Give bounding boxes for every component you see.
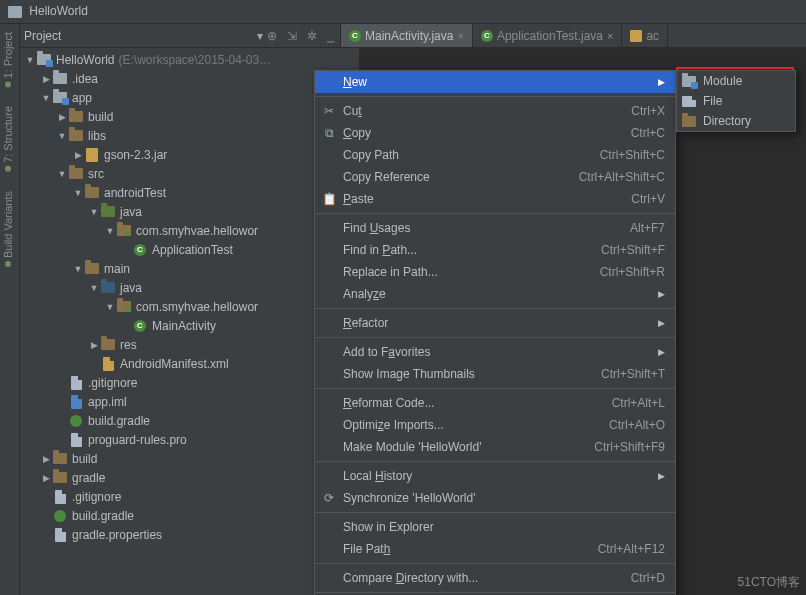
tab-label: ApplicationTest.java	[497, 29, 603, 43]
tree-gitignore2[interactable]: .gitignore	[20, 487, 359, 506]
module-icon	[682, 76, 696, 87]
toolbar-row: ▣ Project ▾ ⊕ ⇲ ✲ ⎯ C MainActivity.java …	[0, 24, 806, 48]
project-icon	[8, 6, 22, 18]
menu-file-path[interactable]: File PathCtrl+Alt+F12	[315, 538, 675, 560]
submenu-directory[interactable]: Directory	[677, 111, 795, 131]
menu-separator	[315, 308, 675, 309]
project-dropdown-icon[interactable]: ▾	[257, 29, 263, 43]
directory-icon	[682, 116, 696, 127]
menu-reformat[interactable]: Reformat Code...Ctrl+Alt+L	[315, 392, 675, 414]
tree-idea[interactable]: ▶.idea	[20, 69, 359, 88]
tab-structure[interactable]: 7: Structure	[0, 98, 16, 183]
sync-icon: ⟳	[321, 491, 337, 505]
close-icon[interactable]: ×	[607, 30, 613, 42]
menu-separator	[315, 337, 675, 338]
tree-app[interactable]: ▼app	[20, 88, 359, 107]
menu-make-module[interactable]: Make Module 'HelloWorld'Ctrl+Shift+F9	[315, 436, 675, 458]
context-menu: New▶ ✂CutCtrl+X ⧉CopyCtrl+C Copy PathCtr…	[314, 70, 676, 595]
menu-copy-reference[interactable]: Copy ReferenceCtrl+Alt+Shift+C	[315, 166, 675, 188]
settings-icon[interactable]: ✲	[307, 29, 317, 43]
menu-separator	[315, 512, 675, 513]
tab-build-variants[interactable]: Build Variants	[0, 183, 16, 278]
menu-analyze[interactable]: Analyze▶	[315, 283, 675, 305]
menu-replace-in-path[interactable]: Replace in Path...Ctrl+Shift+R	[315, 261, 675, 283]
new-submenu: Module File Directory	[676, 70, 796, 132]
menu-add-favorites[interactable]: Add to Favorites▶	[315, 341, 675, 363]
editor-tabs: C MainActivity.java × C ApplicationTest.…	[340, 24, 806, 47]
tree-pkg-main[interactable]: ▼com.smyhvae.hellowor	[20, 297, 359, 316]
submenu-file[interactable]: File	[677, 91, 795, 111]
tree-build2[interactable]: ▶build	[20, 449, 359, 468]
tree-buildgradle2[interactable]: build.gradle	[20, 506, 359, 525]
tree-src[interactable]: ▼src	[20, 164, 359, 183]
tree-androidtest[interactable]: ▼androidTest	[20, 183, 359, 202]
menu-new[interactable]: New▶	[315, 71, 675, 93]
tab-project[interactable]: 1: Project	[0, 24, 16, 98]
tab-label: ac	[646, 29, 659, 43]
menu-separator	[315, 461, 675, 462]
tree-java-test[interactable]: ▼java	[20, 202, 359, 221]
menu-separator	[315, 96, 675, 97]
menu-show-explorer[interactable]: Show in Explorer	[315, 516, 675, 538]
submenu-module[interactable]: Module	[677, 71, 795, 91]
tree-main[interactable]: ▼main	[20, 259, 359, 278]
paste-icon: 📋	[321, 192, 337, 206]
tree-mainactivity[interactable]: CMainActivity	[20, 316, 359, 335]
scroll-target-icon[interactable]: ⊕	[267, 29, 277, 43]
close-icon[interactable]: ×	[457, 30, 463, 42]
tab-main-activity[interactable]: C MainActivity.java ×	[341, 24, 473, 47]
menu-separator	[315, 592, 675, 593]
tab-extra[interactable]: ac	[622, 24, 668, 47]
menu-refactor[interactable]: Refactor▶	[315, 312, 675, 334]
tree-res[interactable]: ▶res	[20, 335, 359, 354]
menu-paste[interactable]: 📋PasteCtrl+V	[315, 188, 675, 210]
menu-find-usages[interactable]: Find UsagesAlt+F7	[315, 217, 675, 239]
hide-icon[interactable]: ⎯	[327, 29, 334, 43]
breadcrumb-project[interactable]: HelloWorld	[29, 4, 87, 18]
menu-local-history[interactable]: Local History▶	[315, 465, 675, 487]
tree-gson[interactable]: ▶gson-2.3.jar	[20, 145, 359, 164]
menu-optimize-imports[interactable]: Optimize Imports...Ctrl+Alt+O	[315, 414, 675, 436]
tree-gitignore[interactable]: .gitignore	[20, 373, 359, 392]
tree-appiml[interactable]: app.iml	[20, 392, 359, 411]
project-panel-title[interactable]: Project	[24, 29, 253, 43]
menu-separator	[315, 563, 675, 564]
tree-libs[interactable]: ▼libs	[20, 126, 359, 145]
tree-manifest[interactable]: AndroidManifest.xml	[20, 354, 359, 373]
menu-separator	[315, 213, 675, 214]
breadcrumb: HelloWorld	[0, 0, 806, 24]
menu-copy-path[interactable]: Copy PathCtrl+Shift+C	[315, 144, 675, 166]
file-icon	[630, 30, 642, 42]
project-tree[interactable]: ▼HelloWorld(E:\workspace\2015-04-03… ▶.i…	[20, 48, 360, 595]
tree-buildgradle[interactable]: build.gradle	[20, 411, 359, 430]
menu-copy[interactable]: ⧉CopyCtrl+C	[315, 122, 675, 144]
tree-apptest[interactable]: CApplicationTest	[20, 240, 359, 259]
copy-icon: ⧉	[321, 126, 337, 140]
menu-synchronize[interactable]: ⟳Synchronize 'HelloWorld'	[315, 487, 675, 509]
tree-pkg-test[interactable]: ▼com.smyhvae.hellowor	[20, 221, 359, 240]
java-class-icon: C	[349, 30, 361, 42]
menu-show-thumbnails[interactable]: Show Image ThumbnailsCtrl+Shift+T	[315, 363, 675, 385]
tree-gradleprops[interactable]: gradle.properties	[20, 525, 359, 544]
watermark: 51CTO博客	[738, 574, 800, 591]
tree-java-main[interactable]: ▼java	[20, 278, 359, 297]
tab-label: MainActivity.java	[365, 29, 453, 43]
menu-cut[interactable]: ✂CutCtrl+X	[315, 100, 675, 122]
tree-gradle[interactable]: ▶gradle	[20, 468, 359, 487]
cut-icon: ✂	[321, 104, 337, 118]
menu-compare-directory[interactable]: Compare Directory with...Ctrl+D	[315, 567, 675, 589]
tool-window-tabs: 1: Project 7: Structure Build Variants	[0, 24, 20, 595]
project-panel-header: ▣ Project ▾ ⊕ ⇲ ✲ ⎯	[0, 24, 340, 47]
file-icon	[682, 96, 696, 107]
tree-proguard[interactable]: proguard-rules.pro	[20, 430, 359, 449]
tab-application-test[interactable]: C ApplicationTest.java ×	[473, 24, 623, 47]
menu-separator	[315, 388, 675, 389]
tree-root[interactable]: ▼HelloWorld(E:\workspace\2015-04-03…	[20, 50, 359, 69]
java-class-icon: C	[481, 30, 493, 42]
tree-build[interactable]: ▶build	[20, 107, 359, 126]
menu-find-in-path[interactable]: Find in Path...Ctrl+Shift+F	[315, 239, 675, 261]
collapse-icon[interactable]: ⇲	[287, 29, 297, 43]
